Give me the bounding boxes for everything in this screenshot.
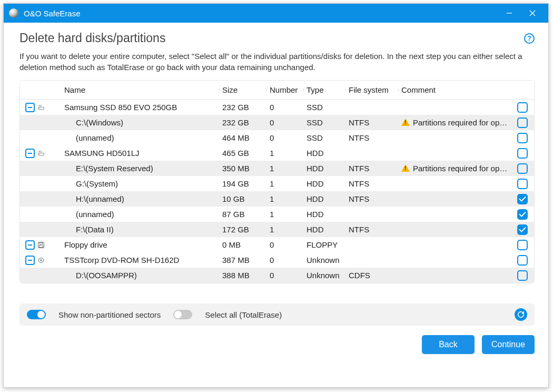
warning-text: Partitions required for operation. <box>413 164 511 173</box>
partition-comment: Partitions required for operation. <box>399 118 511 127</box>
hdd-part-icon: HDD <box>36 179 50 189</box>
collapse-icon[interactable] <box>25 240 35 250</box>
partition-row: SSD (unnamed) 464 MB 0 SSD NTFS <box>20 130 534 145</box>
svg-text:SSD: SSD <box>38 105 42 107</box>
optical-part-icon <box>36 271 50 280</box>
app-icon <box>9 8 18 18</box>
partition-fs: CDFS <box>347 271 399 280</box>
show-nonpartitioned-toggle[interactable] <box>27 310 46 319</box>
optical-icon <box>36 256 46 265</box>
hdd-part-icon: HDD <box>36 194 50 204</box>
partition-type: HDD <box>304 194 347 203</box>
partition-name: C:\(Windows) <box>62 118 220 127</box>
partition-row: HDD F:\(Data II) 172 GB 1 HDD NTFS <box>20 222 534 237</box>
partition-type: Unknown <box>304 271 347 280</box>
partition-checkbox[interactable] <box>517 179 528 189</box>
drive-checkbox[interactable] <box>517 240 528 250</box>
drive-size: 387 MB <box>220 256 268 264</box>
close-button[interactable] <box>521 4 544 23</box>
partition-size: 10 GB <box>220 194 268 203</box>
partition-name: F:\(Data II) <box>62 225 220 234</box>
svg-text:HDD: HDD <box>38 151 42 153</box>
drive-checkbox[interactable] <box>517 102 528 113</box>
partition-fs: NTFS <box>347 118 399 127</box>
partition-number: 1 <box>268 225 304 234</box>
partition-checkbox[interactable] <box>517 209 528 220</box>
partition-checkbox[interactable] <box>517 270 528 281</box>
footer-buttons: Back Continue <box>19 326 535 365</box>
partition-name: (unnamed) <box>62 210 220 219</box>
drive-checkbox[interactable] <box>517 148 528 159</box>
ssd-part-icon: SSD <box>36 118 50 128</box>
svg-rect-13 <box>38 153 44 155</box>
drive-name: SAMSUNG HD501LJ <box>62 149 220 158</box>
partition-row: D:\(OOSAMPPR) 388 MB 0 Unknown CDFS <box>20 268 534 283</box>
app-window: O&O SafeErase Delete hard disks/partitio… <box>3 3 549 388</box>
minimize-button[interactable] <box>498 4 521 23</box>
partition-number: 0 <box>268 133 304 142</box>
drive-type: HDD <box>304 149 347 158</box>
partition-checkbox[interactable] <box>517 194 528 204</box>
partition-type: HDD <box>304 164 347 173</box>
drive-size: 465 GB <box>220 149 268 158</box>
options-bar: Show non-partitioned sectors Select all … <box>19 303 535 326</box>
partition-type: SSD <box>304 118 347 127</box>
partition-type: HDD <box>304 225 347 234</box>
partition-size: 194 GB <box>220 179 268 188</box>
partition-row: HDD G:\(System) 194 GB 1 HDD NTFS <box>20 176 534 191</box>
partition-number: 1 <box>268 210 304 219</box>
drive-checkbox[interactable] <box>517 255 528 266</box>
titlebar: O&O SafeErase <box>4 4 548 23</box>
partition-comment: Partitions required for operation. <box>399 164 511 173</box>
hdd-part-icon: HDD <box>36 210 50 219</box>
collapse-icon[interactable] <box>25 103 35 112</box>
drive-type: Unknown <box>304 256 347 264</box>
partition-size: 87 GB <box>220 210 268 219</box>
drive-name: Samsung SSD 850 EVO 250GB <box>62 103 220 112</box>
disk-table: Name Size Number Type File system Commen… <box>19 80 535 283</box>
col-number: Number <box>268 85 304 94</box>
partition-number: 1 <box>268 194 304 203</box>
svg-point-5 <box>39 108 39 109</box>
col-type: Type <box>304 85 347 94</box>
show-nonpartitioned-label: Show non-partitioned sectors <box>58 310 161 319</box>
partition-type: HDD <box>304 179 347 188</box>
drive-number: 0 <box>268 103 304 112</box>
svg-rect-32 <box>39 245 43 247</box>
partition-checkbox[interactable] <box>517 133 528 143</box>
svg-point-34 <box>41 259 42 261</box>
svg-point-33 <box>38 258 43 262</box>
drive-row: SSD Samsung SSD 850 EVO 250GB 232 GB 0 S… <box>20 100 534 115</box>
partition-fs: NTFS <box>347 225 399 234</box>
partition-number: 1 <box>268 164 304 173</box>
help-icon[interactable]: ? <box>524 33 535 44</box>
partition-checkbox[interactable] <box>517 117 528 128</box>
drive-size: 0 MB <box>220 240 268 249</box>
hdd-part-icon: HDD <box>36 225 50 234</box>
refresh-button[interactable] <box>515 308 527 321</box>
warning-text: Partitions required for operation. <box>413 118 511 127</box>
partition-row: HDD H:\(unnamed) 10 GB 1 HDD NTFS <box>20 191 534 207</box>
partition-checkbox[interactable] <box>517 224 528 235</box>
partition-type: HDD <box>304 210 347 219</box>
hdd-icon: HDD <box>36 149 46 158</box>
partition-number: 0 <box>268 118 304 127</box>
partition-size: 464 MB <box>220 133 268 142</box>
drive-name: Floppy drive <box>62 240 220 249</box>
collapse-icon[interactable] <box>25 149 35 158</box>
partition-name: D:\(OOSAMPPR) <box>62 271 220 280</box>
collapse-icon[interactable] <box>25 256 35 265</box>
drive-type: FLOPPY <box>304 240 347 249</box>
warning-icon <box>401 119 410 126</box>
continue-button[interactable]: Continue <box>482 335 535 354</box>
select-all-toggle[interactable] <box>173 310 192 319</box>
drive-row: TSSTcorp DVD-ROM SH-D162D 387 MB 0 Unkno… <box>20 252 534 268</box>
svg-rect-30 <box>38 242 44 248</box>
partition-row: HDD (unnamed) 87 GB 1 HDD <box>20 207 534 222</box>
partition-checkbox[interactable] <box>517 163 528 174</box>
partition-size: 388 MB <box>220 271 268 280</box>
back-button[interactable]: Back <box>422 335 475 354</box>
hdd-part-icon: HDD <box>36 164 50 173</box>
partition-number: 0 <box>268 271 304 280</box>
partition-name: (unnamed) <box>62 133 220 142</box>
